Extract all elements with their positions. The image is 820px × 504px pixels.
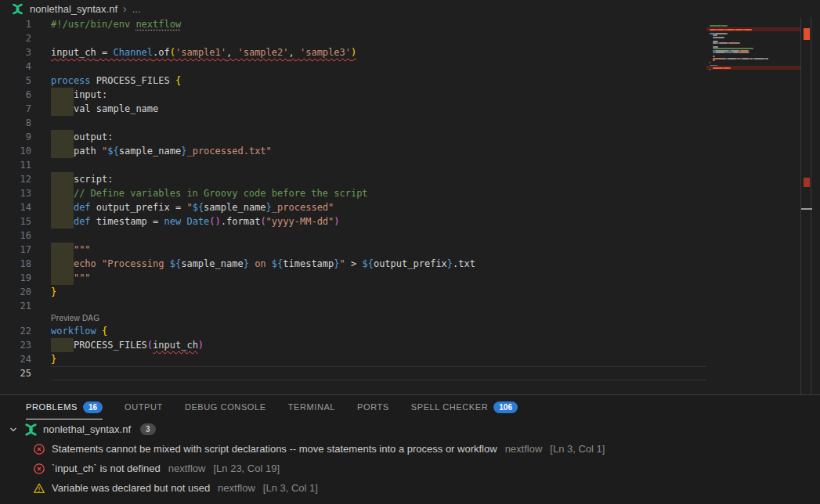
code-token: nextflow (135, 19, 181, 30)
code-token: script: (74, 174, 114, 185)
panel-tab-debug-console[interactable]: DEBUG CONSOLE (185, 395, 266, 419)
code-line[interactable]: 25 (0, 366, 706, 380)
nextflow-logo-icon (11, 3, 24, 15)
code-line[interactable]: 14 def output_prefix = "${sample_name}_p… (0, 200, 706, 214)
code-line[interactable]: 20} (0, 285, 706, 299)
code-line[interactable]: 1#!/usr/bin/env nextflow (0, 17, 706, 31)
code-line[interactable]: 2 (0, 31, 706, 45)
code-line[interactable]: 9 output: (0, 130, 706, 144)
problem-row[interactable]: `input_ch` is not definednextflow[Ln 23,… (0, 459, 820, 478)
code-line[interactable]: 8 (0, 116, 706, 130)
line-number[interactable]: 13 (0, 186, 31, 200)
problem-row[interactable]: Statements cannot be mixed with script d… (0, 439, 820, 459)
line-number[interactable]: 25 (0, 366, 31, 380)
code-line[interactable]: 19 """ (0, 271, 706, 285)
indent-highlight (51, 214, 74, 229)
line-number[interactable]: 14 (0, 200, 31, 214)
line-number[interactable]: 2 (0, 31, 31, 45)
line-number[interactable]: 3 (0, 45, 31, 59)
line-number[interactable]: 10 (0, 144, 31, 158)
code-line[interactable]: 22workflow { (0, 324, 706, 338)
code-token: echo "Processing (74, 258, 170, 269)
line-number[interactable]: 19 (0, 271, 31, 285)
code-token: """ (74, 244, 91, 255)
code-line[interactable]: 16 (0, 229, 706, 243)
line-number[interactable]: 4 (0, 59, 31, 74)
indent-highlight (51, 172, 74, 186)
line-number[interactable]: 22 (0, 324, 31, 338)
code-line[interactable]: 15 def timestamp = new Date().format("yy… (0, 214, 706, 229)
line-number[interactable]: 1 (0, 17, 31, 31)
code-line[interactable]: 18 echo "Processing ${sample_name} on ${… (0, 257, 706, 271)
code-line[interactable]: 5process PROCESS_FILES { (0, 74, 706, 88)
code-token: .format (221, 216, 261, 227)
code-line[interactable]: 7 val sample_name (0, 102, 706, 116)
panel-tab-spell-checker[interactable]: SPELL CHECKER106 (411, 395, 518, 419)
minimap-code-segment (719, 42, 728, 44)
code-token: output_prefix = (91, 202, 187, 213)
code-line[interactable]: 21 (0, 299, 706, 313)
code-line[interactable]: 3input_ch = Channel.of('sample1', 'sampl… (0, 45, 706, 59)
line-number[interactable]: 17 (0, 243, 31, 257)
minimap[interactable] (706, 17, 800, 394)
line-number[interactable]: 23 (0, 338, 31, 352)
breadcrumb-separator: › (123, 2, 127, 15)
line-number[interactable]: 15 (0, 214, 31, 229)
codelens-preview-dag[interactable]: Preview DAG (0, 313, 706, 324)
line-number[interactable]: 9 (0, 130, 31, 144)
minimap-code-segment (710, 69, 710, 70)
line-number[interactable]: 18 (0, 257, 31, 271)
minimap-code-segment (744, 29, 751, 31)
panel-tab-output[interactable]: OUTPUT (125, 395, 163, 419)
code-token: ) (198, 340, 204, 351)
code-token: 'sample2' (237, 47, 288, 58)
line-number[interactable]: 11 (0, 158, 31, 172)
code-line[interactable]: 4 (0, 59, 706, 74)
panel-tab-terminal[interactable]: TERMINAL (288, 395, 335, 419)
code-line[interactable]: 24} (0, 352, 706, 366)
code-token: } (51, 286, 56, 297)
problem-message: Statements cannot be mixed with script d… (52, 443, 497, 455)
panel-tab-ports[interactable]: PORTS (357, 395, 389, 419)
line-number[interactable]: 5 (0, 74, 31, 88)
chevron-down-icon[interactable] (8, 424, 19, 435)
code-line[interactable]: 11 (0, 158, 706, 172)
code-line[interactable]: 13 // Define variables in Groovy code be… (0, 186, 706, 200)
code-line[interactable]: 17 """ (0, 243, 706, 257)
code-line[interactable]: 6 input: (0, 88, 706, 102)
code-token: Channel (113, 47, 153, 58)
code-line[interactable]: 10 path "${sample_name}_processed.txt" (0, 144, 706, 158)
line-number[interactable]: 20 (0, 285, 31, 299)
problem-row[interactable]: Variable was declared but not usednextfl… (0, 478, 820, 498)
tab-count-badge: 106 (493, 401, 518, 413)
code-token: } (244, 258, 249, 269)
code-text: """ (51, 243, 706, 257)
breadcrumb-ellipsis[interactable]: ... (132, 3, 141, 15)
code-editor[interactable]: 1#!/usr/bin/env nextflow23input_ch = Cha… (0, 17, 820, 394)
line-number[interactable]: 6 (0, 88, 31, 102)
line-number[interactable]: 12 (0, 172, 31, 186)
line-number[interactable]: 7 (0, 102, 31, 116)
overview-error-marker (804, 28, 810, 40)
line-number[interactable]: 21 (0, 299, 31, 313)
line-number[interactable]: 8 (0, 116, 31, 130)
code-token: 'sample1' (175, 47, 226, 58)
code-token: } (447, 258, 453, 269)
code-token: { (175, 75, 181, 86)
breadcrumb-filename[interactable]: nonlethal_syntax.nf (30, 3, 117, 15)
panel-tab-bar: PROBLEMS16OUTPUTDEBUG CONSOLETERMINALPOR… (0, 395, 820, 419)
code-token: sample_name (181, 258, 243, 269)
code-line[interactable]: 23 PROCESS_FILES(input_ch) (0, 338, 706, 352)
line-number[interactable]: 24 (0, 352, 31, 366)
code-text: PROCESS_FILES(input_ch) (51, 338, 706, 352)
line-number[interactable]: 16 (0, 229, 31, 243)
code-text (51, 59, 706, 74)
code-token: ( (147, 340, 153, 351)
code-token: "yyyy-MM-dd" (266, 216, 334, 227)
problems-file-group[interactable]: nonlethal_syntax.nf 3 (0, 419, 820, 439)
panel-tab-problems[interactable]: PROBLEMS16 (26, 395, 103, 419)
minimap-code-segment (713, 67, 723, 69)
overview-ruler-scrollbar[interactable] (800, 17, 811, 394)
code-line[interactable]: 12 script: (0, 172, 706, 186)
code-token: { (102, 326, 107, 337)
